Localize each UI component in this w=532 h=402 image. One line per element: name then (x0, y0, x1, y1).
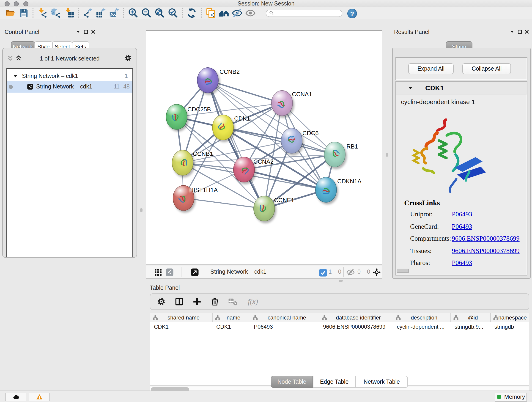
left-splitter-handle[interactable] (140, 208, 143, 212)
zoom-out-button[interactable] (141, 7, 152, 19)
network-node-ccna1[interactable] (271, 90, 293, 116)
protein-ribbon-thumbnail-icon (197, 68, 218, 92)
column-header-canonical-name[interactable]: canonical name (250, 313, 319, 322)
network-panel-box: 1 of 1 Network selected String Network –… (2, 48, 137, 258)
current-network-dot-icon (9, 85, 13, 89)
save-session-button[interactable] (18, 7, 29, 19)
import-network-file-button[interactable] (37, 7, 48, 19)
show-eye-button[interactable] (245, 7, 256, 19)
network-overview-icon[interactable] (165, 268, 174, 276)
collapse-all-button[interactable]: Collapse All (462, 63, 511, 74)
selected-items-checkbox-icon[interactable] (319, 268, 326, 275)
zoom-fit-button[interactable] (154, 7, 165, 19)
memory-button[interactable]: Memory (495, 393, 527, 401)
network-node-ccnb1[interactable] (172, 150, 193, 175)
network-options-gear-icon[interactable] (124, 54, 132, 64)
import-table-file-button[interactable] (63, 7, 75, 19)
network-node-cdkn1a[interactable] (315, 177, 336, 202)
network-selection-status: 1 of 1 Network selected (3, 56, 137, 62)
control-panel-float-icon[interactable] (82, 29, 89, 35)
crosslink-value-link[interactable]: 9606.ENSP00000378699 (452, 247, 520, 255)
control-panel-menu-icon[interactable] (75, 29, 81, 35)
crosslink-value-link[interactable]: 9606.ENSP00000378699 (452, 235, 520, 242)
columns-button[interactable] (174, 296, 185, 307)
zoom-selected-button[interactable] (167, 7, 179, 19)
node-label-hist1h1a: HIST1H1A (189, 186, 218, 193)
network-node-ccne1[interactable] (253, 196, 275, 221)
window-title: Session: New Session (0, 0, 532, 7)
grid-view-icon[interactable] (154, 268, 162, 276)
results-entry-section: CDK1 cyclin-dependent kinase 1 (395, 81, 527, 275)
export-network-button[interactable] (82, 7, 94, 19)
table-cell[interactable]: 9606.ENSP00000378699 (319, 322, 393, 332)
network-view-canvas[interactable]: CCNB2 CCNA1 CDC25B CDK1 CDC6 RB1 CCNB1 C… (146, 30, 382, 265)
memory-label: Memory (504, 394, 525, 400)
results-panel-close-icon[interactable] (523, 29, 530, 35)
cloud-button[interactable] (6, 393, 26, 401)
refresh-button[interactable] (186, 7, 197, 19)
network-node-cdk1[interactable] (212, 114, 234, 140)
network-node-cdc25b[interactable] (166, 104, 187, 129)
horizontal-splitter-handle[interactable] (339, 280, 343, 282)
table-row[interactable]: CDK1CDK1P064939606.ENSP00000378699cyclin… (150, 322, 529, 332)
network-edge-count: 48 (123, 83, 130, 90)
title-bar: Session: New Session (0, 0, 532, 8)
results-hscrollbar[interactable] (397, 269, 409, 273)
add-row-button[interactable] (191, 296, 203, 307)
network-node-rb1[interactable] (324, 141, 345, 167)
protein-ribbon-thumbnail-icon (163, 105, 190, 128)
tree-expand-caret-icon[interactable] (13, 74, 19, 79)
home-icon (219, 8, 229, 18)
tab-node-table[interactable]: Node Table (271, 376, 313, 388)
table-cell[interactable]: stringdb (491, 322, 529, 332)
column-header-namespace[interactable]: namespace (491, 313, 529, 322)
open-file-button[interactable] (5, 7, 16, 19)
column-header--id[interactable]: @id (451, 313, 491, 322)
network-node-ccna2[interactable] (233, 157, 254, 182)
entry-collapse-caret-icon[interactable] (408, 86, 413, 91)
network-tree-item-row[interactable]: String Network – cdk1 11 48 (7, 81, 133, 93)
delete-row-button[interactable] (209, 296, 220, 307)
expand-all-button[interactable]: Expand All (408, 63, 454, 74)
control-panel-close-icon[interactable] (90, 29, 96, 35)
results-panel-float-icon[interactable] (516, 29, 523, 35)
bottom-status-bar: Memory (0, 390, 532, 402)
network-node-cdc6[interactable] (281, 128, 302, 153)
network-tree-root-row[interactable]: String Network – cdk1 1 (7, 71, 133, 81)
column-header-description[interactable]: description (393, 313, 451, 322)
export-table-icon (96, 8, 106, 18)
table-cell[interactable]: stringdb:9... (451, 322, 491, 332)
export-table-button[interactable] (95, 7, 107, 19)
search-box[interactable] (266, 9, 342, 17)
column-header-shared-name[interactable]: shared name (150, 313, 213, 322)
pan-mode-icon[interactable] (373, 268, 381, 276)
search-input[interactable] (274, 10, 339, 16)
column-header-database-identifier[interactable]: database identifier (319, 313, 393, 322)
zoom-in-button[interactable] (127, 7, 139, 19)
table-cell[interactable]: cyclin-dependent ... (393, 322, 451, 332)
hide-eye-button[interactable] (231, 7, 243, 19)
node-table: shared namenamecanonical namedatabase id… (150, 313, 529, 386)
hidden-items-icon (346, 268, 355, 276)
import-network-database-button[interactable] (50, 7, 61, 19)
help-button[interactable]: ? (347, 8, 357, 18)
tab-network-table[interactable]: Network Table (355, 376, 408, 388)
warnings-button[interactable] (29, 393, 50, 401)
crosslink-value-link[interactable]: P06493 (452, 211, 472, 218)
crosslink-value-link[interactable]: P06493 (452, 259, 472, 267)
clone-network-button[interactable] (205, 7, 216, 19)
results-panel-menu-icon[interactable] (509, 29, 515, 35)
export-image-button[interactable] (109, 7, 120, 19)
settings-button[interactable] (156, 296, 167, 307)
column-header-name[interactable]: name (213, 313, 250, 322)
network-node-ccnb2[interactable] (197, 67, 218, 93)
crosslink-value-link[interactable]: P06493 (452, 223, 472, 230)
table-cell[interactable]: CDK1 (213, 322, 250, 332)
home-button[interactable] (218, 7, 230, 19)
right-splitter-handle[interactable] (386, 153, 388, 157)
table-cell[interactable]: P06493 (250, 322, 319, 332)
detach-view-icon[interactable] (191, 268, 199, 276)
results-entry-header[interactable]: CDK1 (396, 82, 527, 95)
table-cell[interactable]: CDK1 (150, 322, 213, 332)
tab-edge-table[interactable]: Edge Table (313, 376, 355, 388)
